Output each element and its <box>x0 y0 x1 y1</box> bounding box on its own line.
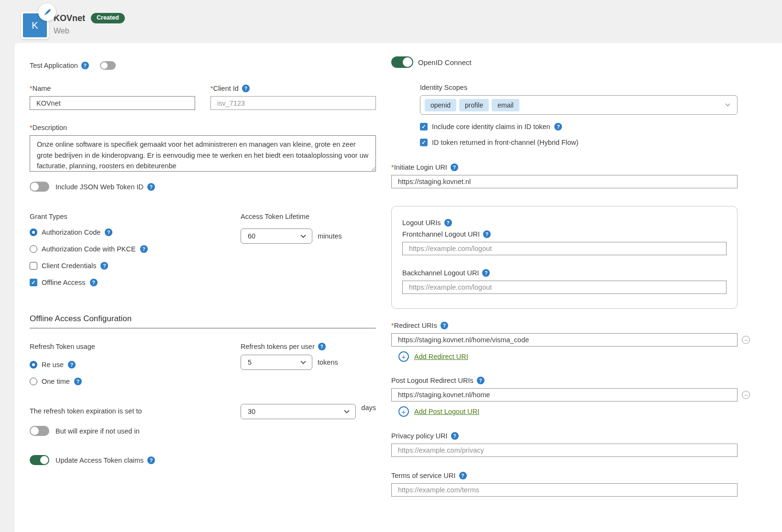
one-time-radio[interactable] <box>30 378 37 385</box>
help-icon[interactable]: ? <box>451 432 459 440</box>
one-time-label: One time <box>42 378 70 385</box>
core-claims-label: Include core identity claims in ID token <box>432 123 550 130</box>
authorization-code-radio[interactable] <box>30 228 37 236</box>
frontchannel-logout-uri-input[interactable] <box>402 242 727 255</box>
help-icon[interactable]: ? <box>554 123 562 130</box>
refresh-usage-option: Re use ? <box>30 361 241 369</box>
expire-if-not-used-label: But will expire if not used in <box>55 427 140 435</box>
remove-post-logout-uri-icon[interactable]: − <box>742 391 750 399</box>
grant-types-label: Grant Types <box>30 213 241 220</box>
refresh-tokens-per-user-label: Refresh tokens per user <box>241 343 315 350</box>
help-icon[interactable]: ? <box>105 228 112 236</box>
logout-uris-heading: Logout URIs <box>402 219 441 227</box>
client-id-input[interactable] <box>210 96 376 110</box>
status-badge: Created <box>91 13 125 23</box>
refresh-token-usage-label: Refresh Token usage <box>30 343 241 350</box>
authorization-code-label: Authorization Code <box>42 228 100 236</box>
identity-scopes-label: Identity Scopes <box>420 84 738 91</box>
client-credentials-label: Client Credentials <box>42 262 96 270</box>
refresh-expiration-select[interactable]: 30 <box>241 404 356 419</box>
core-claims-checkbox[interactable]: ✓ <box>420 123 428 130</box>
page-header: K KOVnet Created Web <box>0 0 782 43</box>
chevron-down-icon <box>300 360 306 364</box>
help-icon[interactable]: ? <box>459 472 467 479</box>
identity-scopes-select[interactable]: openid profile email <box>420 95 738 115</box>
help-icon[interactable]: ? <box>444 219 452 227</box>
help-icon[interactable]: ? <box>483 230 491 238</box>
help-icon[interactable]: ? <box>242 85 250 92</box>
help-icon[interactable]: ? <box>147 183 155 191</box>
offline-access-checkbox[interactable]: ✓ <box>30 279 37 286</box>
openid-connect-label: OpenID Connect <box>418 58 472 66</box>
help-icon[interactable]: ? <box>441 322 448 329</box>
app-type-label: Web <box>54 27 125 35</box>
include-jwt-id-toggle[interactable] <box>30 182 49 192</box>
help-icon[interactable]: ? <box>147 456 155 464</box>
hybrid-flow-checkbox[interactable]: ✓ <box>420 139 428 146</box>
grant-type-option: ✓ Offline Access ? <box>30 279 241 286</box>
expire-if-not-used-toggle[interactable] <box>30 426 49 436</box>
re-use-radio[interactable] <box>30 361 37 369</box>
client-credentials-checkbox[interactable] <box>30 262 37 270</box>
redirect-uris-label: *Redirect URIs <box>391 322 437 329</box>
authorization-code-pkce-radio[interactable] <box>30 245 37 253</box>
refresh-expiration-label: The refresh token expiration is set to <box>30 404 241 415</box>
description-textarea[interactable]: Onze online software is specifiek gemaak… <box>30 135 376 172</box>
include-jwt-id-label: Include JSON Web Token ID <box>55 183 143 191</box>
help-icon[interactable]: ? <box>100 262 108 270</box>
initiate-login-uri-input[interactable] <box>391 175 738 188</box>
test-application-label: Test Application <box>30 62 78 69</box>
privacy-policy-uri-input[interactable] <box>391 444 738 457</box>
grant-type-option: Authorization Code ? <box>30 228 241 236</box>
add-circle-icon[interactable]: + <box>398 406 409 417</box>
add-circle-icon[interactable]: + <box>398 351 409 362</box>
logout-uris-card: Logout URIs ? Frontchannel Logout URI ? … <box>391 206 738 309</box>
days-unit-label: days <box>361 404 376 412</box>
terms-of-service-uri-input[interactable] <box>391 483 738 497</box>
frontchannel-logout-uri-label: Frontchannel Logout URI <box>402 230 480 238</box>
test-application-row: Test Application ? <box>30 61 376 70</box>
add-redirect-uri-link[interactable]: Add Redirect URI <box>414 353 468 360</box>
help-icon[interactable]: ? <box>451 163 458 171</box>
description-label: *Description <box>30 124 67 131</box>
minutes-unit-label: minutes <box>318 232 342 240</box>
chevron-down-icon <box>725 103 730 107</box>
help-icon[interactable]: ? <box>81 62 89 69</box>
post-logout-redirect-uris-label: Post Logout Redirect URIs <box>391 377 474 384</box>
initiate-login-uri-label: *Initiate Login URI <box>391 163 447 171</box>
add-post-logout-uri-link[interactable]: Add Post Logout URI <box>414 408 479 415</box>
scope-tag: openid <box>425 99 456 111</box>
privacy-policy-uri-label: Privacy policy URI <box>391 432 448 440</box>
offline-access-configuration-heading: Offline Access Configuration <box>30 314 376 328</box>
access-token-lifetime-label: Access Token Lifetime <box>241 213 376 220</box>
grant-type-option: Authorization Code with PKCE ? <box>30 245 241 253</box>
help-icon[interactable]: ? <box>318 343 326 350</box>
refresh-tokens-per-user-select[interactable]: 5 <box>241 355 312 370</box>
grant-type-option: Client Credentials ? <box>30 262 241 270</box>
edit-app-button[interactable] <box>38 3 56 21</box>
help-icon[interactable]: ? <box>477 377 485 384</box>
help-icon[interactable]: ? <box>482 269 490 277</box>
redirect-uri-input[interactable] <box>391 333 738 347</box>
post-logout-uri-input[interactable] <box>391 388 738 402</box>
backchannel-logout-uri-label: Backchannel Logout URI <box>402 269 479 277</box>
help-icon[interactable]: ? <box>74 378 82 385</box>
name-input[interactable] <box>30 96 195 110</box>
help-icon[interactable]: ? <box>140 245 148 253</box>
tokens-unit-label: tokens <box>318 358 338 366</box>
help-icon[interactable]: ? <box>68 361 76 369</box>
re-use-label: Re use <box>42 361 64 369</box>
test-application-toggle[interactable] <box>100 61 116 70</box>
app-title: KOVnet <box>54 13 85 23</box>
remove-redirect-uri-icon[interactable]: − <box>742 336 750 344</box>
openid-connect-toggle[interactable] <box>391 56 413 68</box>
scope-tag: profile <box>459 99 489 111</box>
offline-access-label: Offline Access <box>42 279 86 286</box>
update-access-token-claims-toggle[interactable] <box>30 455 49 465</box>
backchannel-logout-uri-input[interactable] <box>402 281 727 294</box>
name-label: *Name <box>30 85 51 92</box>
pencil-icon <box>43 8 52 17</box>
help-icon[interactable]: ? <box>90 279 98 286</box>
authorization-code-pkce-label: Authorization Code with PKCE <box>42 245 136 253</box>
access-token-lifetime-select[interactable]: 60 <box>241 228 312 244</box>
